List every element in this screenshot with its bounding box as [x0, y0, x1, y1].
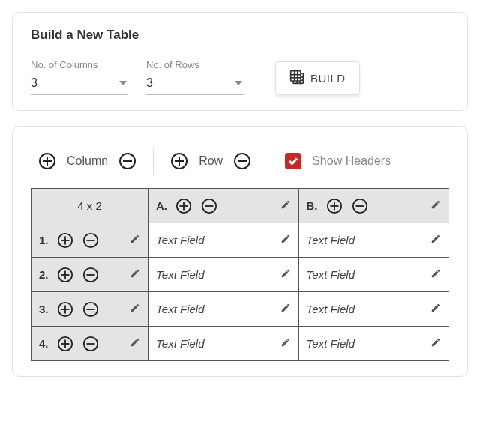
column-controls: Column — [38, 152, 136, 170]
row-header-1: 1. — [32, 223, 148, 258]
row-header-2: 2. — [32, 258, 148, 292]
remove-column-button[interactable] — [118, 152, 136, 170]
cell-1-a[interactable]: Text Field — [148, 223, 299, 258]
edit-cell-button[interactable] — [430, 303, 441, 315]
table-editor-card: Column Row Show Headers — [12, 126, 468, 377]
row-header-label: 4. — [39, 337, 49, 350]
table-row: 4.Text FieldText Field — [32, 327, 449, 361]
add-column-button[interactable] — [38, 152, 56, 170]
chevron-down-icon — [235, 81, 242, 85]
show-headers-checkbox[interactable] — [285, 153, 302, 169]
add-column-a-button[interactable] — [175, 197, 193, 215]
edit-cell-button[interactable] — [280, 303, 291, 315]
cell-4-a[interactable]: Text Field — [148, 327, 299, 361]
table-row: 3.Text FieldText Field — [32, 292, 449, 327]
remove-row-1-button[interactable] — [82, 231, 100, 249]
edit-cell-button[interactable] — [430, 268, 441, 281]
col-header-a: A. — [148, 189, 299, 223]
column-label: Column — [67, 154, 108, 168]
edit-row-1-button[interactable] — [130, 234, 140, 246]
add-column-b-button[interactable] — [326, 197, 344, 215]
row-header-label: 1. — [39, 234, 49, 246]
row-header-3: 3. — [32, 292, 148, 327]
col-header-b-label: B. — [307, 199, 318, 212]
add-row-4-button[interactable] — [56, 335, 74, 353]
build-table-title: Build a New Table — [31, 28, 449, 43]
table-row: 2.Text FieldText Field — [32, 258, 449, 292]
toolbar-divider — [153, 148, 154, 175]
remove-row-2-button[interactable] — [82, 266, 100, 284]
table-icon — [290, 70, 304, 87]
table-toolbar: Column Row Show Headers — [31, 142, 449, 188]
edit-cell-button[interactable] — [280, 268, 291, 281]
build-controls-row: No. of Columns 3 No. of Rows 3 — [31, 59, 449, 95]
edit-cell-button[interactable] — [280, 234, 291, 246]
edit-row-3-button[interactable] — [130, 303, 140, 315]
cell-placeholder: Text Field — [156, 303, 204, 315]
add-row-button[interactable] — [170, 152, 188, 170]
edit-row-4-button[interactable] — [130, 337, 140, 350]
row-controls: Row — [170, 152, 251, 170]
edit-cell-button[interactable] — [430, 337, 441, 350]
build-button[interactable]: BUILD — [275, 61, 360, 95]
svg-rect-5 — [291, 71, 301, 81]
rows-select-wrap: No. of Rows 3 — [146, 59, 244, 95]
row-header-label: 3. — [39, 303, 49, 315]
cell-placeholder: Text Field — [156, 268, 204, 281]
columns-value: 3 — [31, 76, 38, 90]
cell-2-a[interactable]: Text Field — [148, 258, 299, 292]
rows-select[interactable]: 3 — [146, 72, 244, 95]
table-dim-cell: 4 x 2 — [32, 189, 148, 223]
cell-1-b[interactable]: Text Field — [298, 223, 449, 258]
table-header-row: 4 x 2 A. — [32, 189, 449, 223]
col-header-b: B. — [298, 189, 449, 223]
add-row-1-button[interactable] — [56, 231, 74, 249]
add-row-3-button[interactable] — [56, 300, 74, 318]
remove-row-3-button[interactable] — [82, 300, 100, 318]
table-row: 1.Text FieldText Field — [32, 223, 449, 258]
cell-placeholder: Text Field — [156, 234, 204, 246]
remove-column-b-button[interactable] — [351, 197, 369, 215]
cell-placeholder: Text Field — [307, 303, 355, 315]
build-button-label: BUILD — [310, 72, 346, 85]
cell-4-b[interactable]: Text Field — [298, 327, 449, 361]
build-table-card: Build a New Table No. of Columns 3 No. o… — [12, 12, 468, 111]
show-headers-label: Show Headers — [312, 154, 391, 168]
columns-select-wrap: No. of Columns 3 — [31, 59, 128, 95]
row-label: Row — [199, 154, 223, 168]
edit-cell-button[interactable] — [430, 234, 441, 246]
cell-2-b[interactable]: Text Field — [298, 258, 449, 292]
edit-column-b-button[interactable] — [430, 199, 441, 212]
edit-cell-button[interactable] — [280, 337, 291, 350]
col-header-a-label: A. — [156, 199, 167, 212]
remove-row-button[interactable] — [233, 152, 251, 170]
row-header-4: 4. — [32, 327, 148, 361]
cell-placeholder: Text Field — [307, 234, 355, 246]
remove-column-a-button[interactable] — [200, 197, 218, 215]
cell-placeholder: Text Field — [156, 337, 204, 350]
cell-placeholder: Text Field — [307, 337, 355, 350]
add-row-2-button[interactable] — [56, 266, 74, 284]
table-body: 1.Text FieldText Field2.Text FieldText F… — [32, 223, 449, 361]
rows-label: No. of Rows — [146, 59, 244, 70]
rows-value: 3 — [146, 76, 153, 90]
table-dim-label: 4 x 2 — [39, 199, 140, 212]
chevron-down-icon — [119, 81, 127, 85]
row-header-label: 2. — [39, 268, 49, 281]
data-table: 4 x 2 A. — [31, 188, 449, 361]
cell-3-a[interactable]: Text Field — [148, 292, 299, 327]
edit-column-a-button[interactable] — [280, 199, 291, 212]
edit-row-2-button[interactable] — [130, 268, 140, 281]
cell-3-b[interactable]: Text Field — [298, 292, 449, 327]
columns-select[interactable]: 3 — [31, 72, 128, 95]
toolbar-divider — [268, 148, 268, 175]
cell-placeholder: Text Field — [307, 268, 355, 281]
columns-label: No. of Columns — [31, 59, 128, 70]
remove-row-4-button[interactable] — [82, 335, 100, 353]
show-headers-control: Show Headers — [285, 153, 391, 169]
